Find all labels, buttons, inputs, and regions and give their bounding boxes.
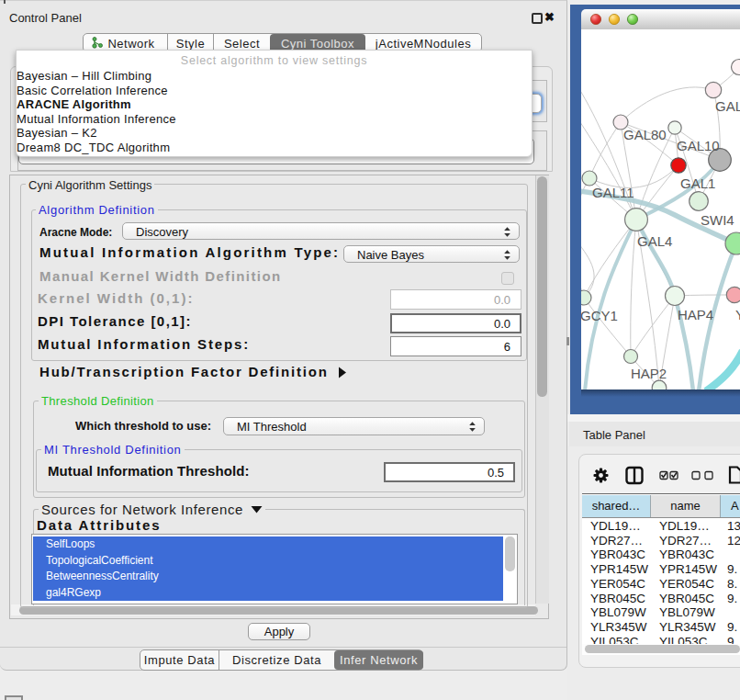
svg-text:GCY1: GCY1 bbox=[581, 308, 618, 323]
svg-text:GAL: GAL bbox=[715, 98, 740, 114]
svg-text:GAL1: GAL1 bbox=[680, 175, 715, 191]
svg-text:SWI4: SWI4 bbox=[701, 212, 734, 228]
svg-text:GAL4: GAL4 bbox=[637, 233, 672, 249]
svg-text:GAL11: GAL11 bbox=[592, 185, 634, 200]
svg-text:Y: Y bbox=[735, 307, 740, 322]
svg-text:HAP2: HAP2 bbox=[631, 366, 667, 381]
svg-text:HAP4: HAP4 bbox=[678, 307, 713, 322]
svg-text:GAL80: GAL80 bbox=[623, 127, 667, 142]
svg-text:GAL10: GAL10 bbox=[677, 138, 720, 153]
